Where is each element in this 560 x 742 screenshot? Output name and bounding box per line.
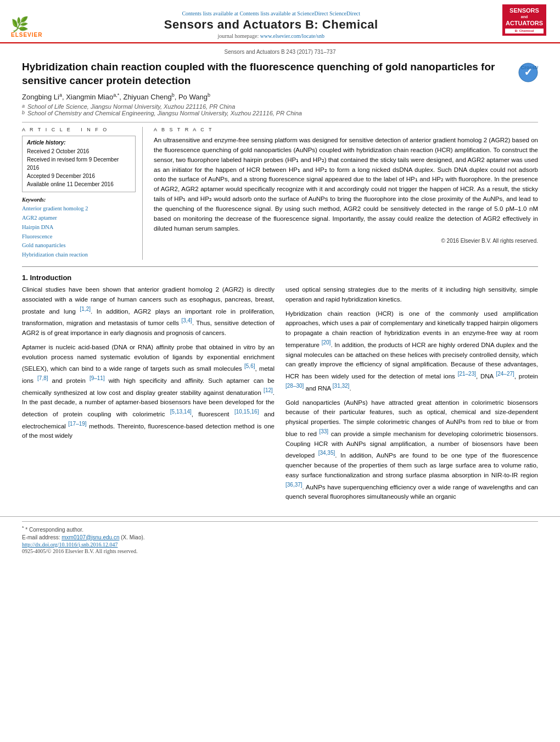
info-abstract-section: A R T I C L E I N F O Article history: R… [22,122,538,260]
journal-header: 🌿 ELSEVIER Contents lists available at C… [0,0,560,43]
section-1-heading: 1. Introduction [22,274,538,282]
keyword-3: Hairpin DNA [22,223,136,232]
author-4: Po Wangb [178,93,210,101]
affiliation-a: a School of Life Science, Jiangsu Normal… [22,103,538,110]
accepted-date: Accepted 9 December 2016 [27,172,131,180]
intro-para-4: Hybridization chain reaction (HCR) is on… [285,309,538,394]
article-main: Sensors and Actuators B 243 (2017) 731–7… [0,43,560,512]
received-date: Received 2 October 2016 [27,147,131,155]
journal-homepage: journal homepage: www.elsevier.com/locat… [42,33,500,39]
ref-17-19[interactable]: [17–19] [68,421,86,427]
sensors-logo-text: SENSORS [505,7,544,14]
abstract-text: An ultrasensitive and enzyme-free sensin… [154,136,538,233]
keywords-box: Keywords: Anterior gradient homolog 2 AG… [22,197,136,260]
email-link[interactable]: mxm0107@jsnu.edu.cn [61,534,119,540]
sciencedirect-link[interactable]: Contents lists available at Contents lis… [42,10,500,16]
abstract-heading: A B S T R A C T [154,127,538,132]
elsevier-wordmark: ELSEVIER [11,32,42,38]
intro-col-right: used optical sensing strategies due to t… [285,285,538,506]
ref-5-6[interactable]: [5,6] [244,363,255,369]
ref-12[interactable]: [12] [264,387,273,393]
section-divider [22,266,538,267]
journal-title: Sensors and Actuators B: Chemical [42,18,500,32]
email-line: E-mail address: mxm0107@jsnu.edu.cn (X. … [22,534,538,540]
author-1: Zongbing Lia [22,93,62,101]
revised-date: Received in revised form 9 December 2016 [27,155,131,172]
affiliations: a School of Life Science, Jiangsu Normal… [22,103,538,116]
keyword-1: Anterior gradient homolog 2 [22,204,136,214]
keyword-4: Fluorescence [22,232,136,242]
article-info-column: A R T I C L E I N F O Article history: R… [22,127,143,260]
ref-24-27[interactable]: [24–27] [496,371,514,377]
intro-para-1: Clinical studies have been shown that an… [22,285,275,338]
footer-content: * * Corresponding author. E-mail address… [22,521,538,554]
ref-9-11[interactable]: [9–11] [89,375,105,381]
article-info-heading: A R T I C L E I N F O [22,127,136,132]
keyword-5: Gold nanoparticles [22,241,136,250]
crossmark-icon[interactable]: ✓ CrossMark [518,63,538,85]
introduction-body: Clinical studies have been shown that an… [22,285,538,506]
author-2: Xiangmin Miaoa,* [66,93,119,101]
ref-1-2[interactable]: [1,2] [80,306,91,312]
ref-34-35[interactable]: [34,35] [318,450,335,456]
introduction-section: 1. Introduction Clinical studies have be… [22,274,538,506]
ref-7-8[interactable]: [7,8] [37,375,48,381]
history-label: Article history: [27,140,131,146]
abstract-column: A B S T R A C T An ultrasensitive and en… [154,127,538,260]
ref-28-30[interactable]: [28–30] [285,383,304,389]
corresponding-author-note: * * Corresponding author. [22,525,538,533]
keyword-6: Hybridization chain reaction [22,250,136,260]
available-date: Available online 11 December 2016 [27,180,131,188]
author-3: Zhiyuan Chengb [123,93,174,101]
elsevier-logo: 🌿 ELSEVIER [11,18,42,42]
copyright-line: © 2016 Elsevier B.V. All rights reserved… [154,238,538,244]
svg-text:CrossMark: CrossMark [521,65,538,70]
article-title-section: Hybridization chain reaction coupled wit… [22,60,538,87]
ref-33[interactable]: [33] [319,428,328,434]
intro-para-2: Aptamer is nucleic acid-based (DNA or RN… [22,343,275,441]
affiliation-b: b School of Chemistry and Chemical Engin… [22,110,538,116]
authors-line: Zongbing Lia, Xiangmin Miaoa,*, Zhiyuan … [22,92,538,101]
ref-36-37[interactable]: [36,37] [285,482,303,488]
issn-line: 0925-4005/© 2016 Elsevier B.V. All right… [22,548,538,554]
article-title: Hybridization chain reaction coupled wit… [22,60,511,87]
elsevier-tree-icon: 🌿 [11,18,29,32]
ref-5-13-14[interactable]: [5,13,14] [170,409,192,415]
article-footer: * * Corresponding author. E-mail address… [0,516,560,556]
sensors-actuators-logo: SENSORS and ACTUATORS B: Chemical [500,4,549,40]
intro-para-5: Gold nanoparticles (AuNPs) have attracte… [285,398,538,503]
keyword-2: AGR2 aptamer [22,214,136,223]
ref-10-15-16[interactable]: [10,15,16] [234,409,259,415]
keywords-label: Keywords: [22,197,136,203]
doi-link[interactable]: http://dx.doi.org/10.1016/j.snb.2016.12.… [22,542,538,548]
journal-header-center: Contents lists available at Contents lis… [42,10,500,42]
ref-20[interactable]: [20] [322,339,331,345]
citation-line: Sensors and Actuators B 243 (2017) 731–7… [22,49,538,55]
ref-31-32[interactable]: [31,32] [333,383,350,389]
ref-21-23[interactable]: [21–23] [458,371,476,377]
ref-3-4[interactable]: [3,4] [181,317,192,323]
intro-para-3: used optical sensing strategies due to t… [285,285,538,305]
intro-col-left: Clinical studies have been shown that an… [22,285,275,506]
article-history-box: Article history: Received 2 October 2016… [22,136,136,192]
